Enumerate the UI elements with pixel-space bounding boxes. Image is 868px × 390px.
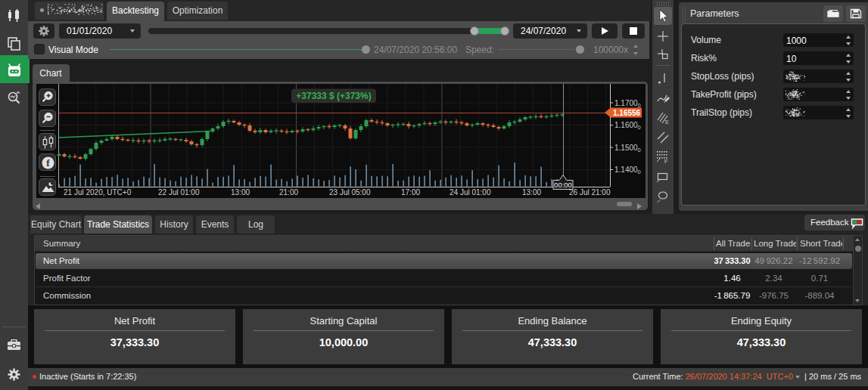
svg-text:1.16556: 1.16556	[613, 109, 641, 117]
svg-text:1.15000: 1.15000	[614, 144, 641, 153]
svg-text:F: F	[664, 158, 668, 165]
svg-text:13:00: 13:00	[522, 188, 541, 197]
svg-text:f: f	[46, 157, 50, 169]
svg-text:13:00: 13:00	[231, 188, 250, 197]
svg-text:1.17000: 1.17000	[614, 99, 641, 109]
svg-text:17:00: 17:00	[401, 188, 420, 197]
svg-text:00:00: 00:00	[554, 181, 572, 189]
svg-text:1.14000: 1.14000	[614, 166, 641, 175]
svg-text:+37333 $ (+373%): +37333 $ (+373%)	[296, 91, 371, 101]
svg-text:24 Jul 01:00: 24 Jul 01:00	[450, 188, 491, 197]
svg-text:21:00: 21:00	[279, 188, 298, 197]
svg-text:1.16000: 1.16000	[614, 121, 641, 131]
svg-text:E: E	[665, 119, 669, 125]
svg-text:26 Jul 21:00: 26 Jul 21:00	[569, 188, 611, 197]
svg-text:23 Jul 05:00: 23 Jul 05:00	[329, 188, 371, 197]
svg-text:21 Jul 2020, UTC+0: 21 Jul 2020, UTC+0	[64, 188, 132, 197]
svg-text:22 Jul 01:00: 22 Jul 01:00	[158, 188, 200, 197]
